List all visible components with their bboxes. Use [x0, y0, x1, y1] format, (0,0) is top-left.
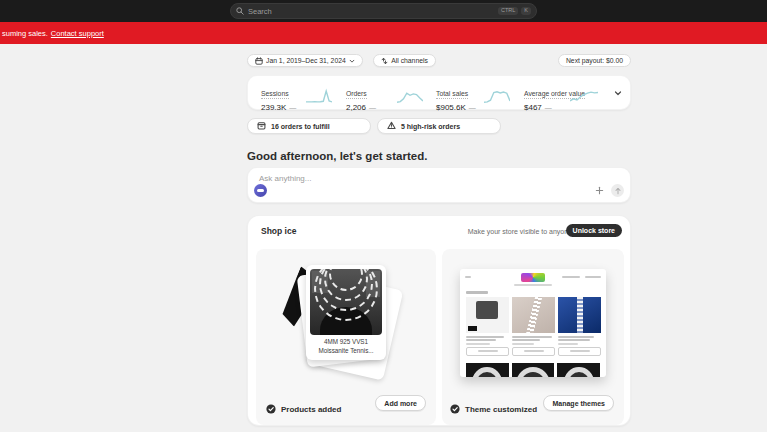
theme-panel: Theme customized Manage themes — [442, 249, 624, 425]
theme-product-image — [558, 297, 601, 333]
next-payout-label: Next payout: $0.00 — [566, 57, 623, 64]
store-setup-card: Shop ice Make your store visible to anyo… — [247, 215, 631, 426]
metric-value: 239.3K — [261, 103, 286, 112]
date-range-label: Jan 1, 2019–Dec 31, 2024 — [266, 57, 346, 64]
products-status: Products added — [266, 400, 341, 418]
metric-label: Total sales — [436, 90, 468, 99]
store-name: Shop ice — [261, 226, 296, 236]
theme-preview-product-grid — [466, 297, 600, 356]
orders-to-fulfill-button[interactable]: 16 orders to fulfill — [247, 118, 371, 134]
next-payout-badge[interactable]: Next payout: $0.00 — [558, 54, 631, 67]
contact-support-link[interactable]: Contact support — [51, 29, 104, 38]
metric-delta: — — [369, 104, 376, 111]
manage-themes-button[interactable]: Manage themes — [543, 395, 614, 411]
products-panel: 4MM 925 VVS1 Moissanite Tennis... Produc… — [256, 249, 436, 425]
channels-label: All channels — [391, 57, 428, 64]
warning-icon — [387, 121, 396, 131]
metrics-overview-card: Sessions 239.3K— Orders 2,206— Total sal… — [247, 75, 631, 110]
keycap-ctrl: CTRL — [498, 7, 518, 16]
metric-value: $905.6K — [436, 103, 466, 112]
product-caption: 4MM 925 VVS1 Moissanite Tennis... — [310, 338, 382, 355]
total-sales-sparkline — [484, 87, 510, 105]
metric-sessions[interactable]: Sessions 239.3K— — [261, 82, 296, 112]
theme-product-image — [466, 363, 509, 377]
high-risk-orders-label: 5 high-risk orders — [401, 123, 460, 130]
top-bar: Search CTRL K — [0, 0, 767, 22]
metric-orders[interactable]: Orders 2,206— — [346, 82, 376, 112]
metric-label: Orders — [346, 90, 367, 99]
metric-delta: — — [545, 104, 552, 111]
theme-add-to-cart-button — [512, 347, 555, 356]
filter-row: Jan 1, 2019–Dec 31, 2024 All channels Ne… — [247, 54, 631, 68]
theme-product-image — [557, 363, 600, 377]
theme-preview-screenshot[interactable] — [460, 269, 606, 377]
chevron-down-icon — [349, 58, 355, 64]
package-icon — [257, 121, 266, 131]
metric-delta: — — [289, 104, 296, 111]
theme-product-cell — [558, 297, 601, 356]
products-added-label: Products added — [281, 405, 341, 414]
aov-sparkline — [570, 87, 598, 105]
search-placeholder: Search — [248, 7, 495, 16]
high-risk-orders-button[interactable]: 5 high-risk orders — [377, 118, 501, 134]
theme-product-cell — [512, 297, 555, 356]
search-icon — [236, 7, 244, 15]
theme-status: Theme customized — [450, 400, 537, 418]
metric-total-sales[interactable]: Total sales $905.6K— — [436, 82, 476, 112]
ask-anything-input[interactable]: Ask anything... — [247, 167, 631, 203]
greeting-heading: Good afternoon, let's get started. — [247, 150, 427, 162]
theme-product-image — [466, 297, 509, 333]
sidekick-icon[interactable] — [254, 184, 267, 197]
check-circle-icon — [450, 400, 460, 418]
alert-banner: suming sales. Contact support — [0, 22, 767, 44]
check-circle-icon — [266, 400, 276, 418]
search-input[interactable]: Search CTRL K — [230, 3, 537, 19]
product-image-necklace — [310, 269, 382, 335]
ask-anything-placeholder: Ask anything... — [259, 174, 311, 183]
keycap-k: K — [521, 7, 531, 16]
metric-value: 2,206 — [346, 103, 366, 112]
metrics-expand-chevron-icon[interactable] — [614, 89, 622, 97]
storefront-logo — [521, 273, 545, 282]
send-button[interactable] — [611, 184, 624, 197]
metric-value: $467 — [524, 103, 542, 112]
orders-to-fulfill-label: 16 orders to fulfill — [271, 123, 330, 130]
metric-delta: — — [469, 104, 476, 111]
attach-plus-icon[interactable] — [595, 186, 604, 195]
theme-add-to-cart-button — [558, 347, 601, 356]
theme-preview-second-row — [466, 363, 600, 377]
banner-text: suming sales. — [2, 29, 48, 38]
unlock-store-button[interactable]: Unlock store — [566, 224, 622, 237]
theme-customized-label: Theme customized — [465, 405, 537, 414]
theme-preview-section-title — [466, 291, 488, 294]
product-card-stack: 4MM 925 VVS1 Moissanite Tennis... — [306, 265, 386, 375]
sale-badge — [468, 326, 477, 331]
calendar-icon — [255, 57, 263, 65]
swap-vertical-icon — [381, 57, 388, 65]
product-card[interactable]: 4MM 925 VVS1 Moissanite Tennis... — [306, 265, 386, 360]
sessions-sparkline — [306, 87, 332, 105]
theme-product-image — [512, 363, 555, 377]
theme-product-cell — [466, 297, 509, 356]
store-visibility-hint: Make your store visible to anyone — [468, 228, 572, 235]
date-range-picker[interactable]: Jan 1, 2019–Dec 31, 2024 — [247, 54, 363, 67]
theme-product-image — [512, 297, 555, 333]
add-more-button[interactable]: Add more — [375, 395, 426, 411]
shopify-admin-window: Search CTRL K suming sales. Contact supp… — [0, 0, 767, 432]
theme-preview-nav-bar — [514, 284, 552, 286]
channels-filter[interactable]: All channels — [373, 54, 436, 67]
theme-add-to-cart-button — [466, 347, 509, 356]
orders-sparkline — [397, 87, 423, 105]
metric-label: Sessions — [261, 90, 289, 99]
